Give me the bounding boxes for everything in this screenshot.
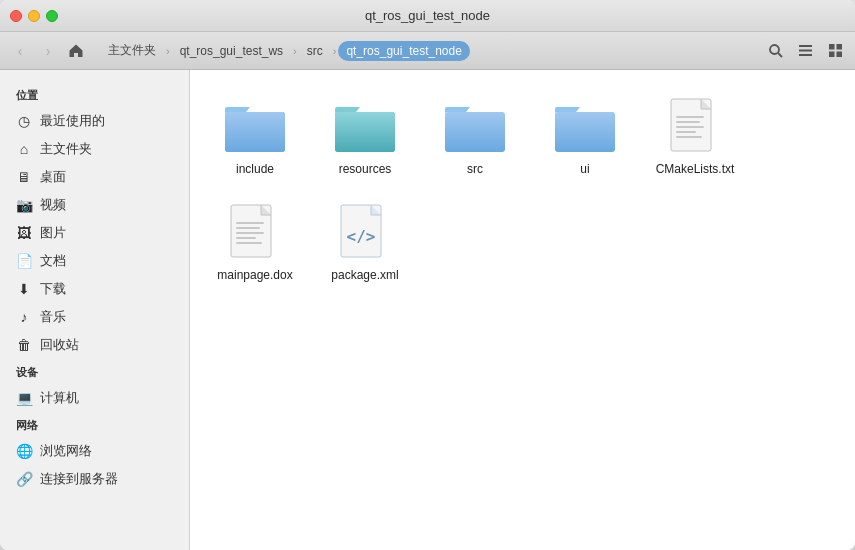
file-item-ui[interactable]: ui (540, 90, 630, 186)
search-button[interactable] (763, 39, 787, 63)
computer-icon: 💻 (16, 390, 32, 406)
content-area: include (190, 70, 855, 550)
breadcrumb-bar: 主文件夹 › qt_ros_gui_test_ws › src › qt_ros… (100, 39, 751, 62)
sidebar-item-desktop[interactable]: 🖥 桌面 (0, 163, 189, 191)
sidebar-item-video[interactable]: 📷 视频 (0, 191, 189, 219)
sidebar-item-downloads[interactable]: ⬇ 下载 (0, 275, 189, 303)
xml-icon-package: </> (333, 204, 397, 262)
toolbar-right (763, 39, 847, 63)
svg-rect-7 (829, 52, 835, 58)
close-button[interactable] (10, 10, 22, 22)
sidebar-item-browse-network[interactable]: 🌐 浏览网络 (0, 437, 189, 465)
search-icon (768, 43, 783, 58)
file-item-package[interactable]: </> package.xml (320, 196, 410, 292)
svg-rect-3 (799, 50, 812, 52)
grid-icon (828, 43, 843, 58)
forward-icon: › (46, 43, 51, 59)
folder-icon-resources (333, 98, 397, 156)
svg-rect-20 (676, 121, 700, 123)
recent-icon: ◷ (16, 113, 32, 129)
sidebar-item-recent[interactable]: ◷ 最近使用的 (0, 107, 189, 135)
menu-button[interactable] (793, 39, 817, 63)
maximize-button[interactable] (46, 10, 58, 22)
file-label-mainpage: mainpage.dox (217, 268, 292, 284)
svg-rect-21 (676, 126, 704, 128)
svg-rect-29 (236, 227, 260, 229)
svg-rect-6 (836, 44, 842, 50)
trash-icon: 🗑 (16, 337, 32, 353)
music-icon: ♪ (16, 309, 32, 325)
sidebar-item-trash-label: 回收站 (40, 336, 79, 354)
connect-server-icon: 🔗 (16, 471, 32, 487)
folder-icon-include (223, 98, 287, 156)
sidebar-item-video-label: 视频 (40, 196, 66, 214)
titlebar: qt_ros_gui_test_node (0, 0, 855, 32)
sidebar-item-home-label: 主文件夹 (40, 140, 92, 158)
folder-icon-src (443, 98, 507, 156)
file-label-include: include (236, 162, 274, 178)
file-item-include[interactable]: include (210, 90, 300, 186)
svg-rect-2 (799, 45, 812, 47)
sidebar-item-connect-server-label: 连接到服务器 (40, 470, 118, 488)
browse-network-icon: 🌐 (16, 443, 32, 459)
file-label-package: package.xml (331, 268, 398, 284)
svg-rect-13 (445, 112, 505, 152)
breadcrumb-sep-2: › (331, 45, 339, 57)
svg-rect-8 (836, 52, 842, 58)
sidebar-item-pictures-label: 图片 (40, 224, 66, 242)
svg-rect-30 (236, 232, 264, 234)
video-icon: 📷 (16, 197, 32, 213)
toolbar: ‹ › 主文件夹 › qt_ros_gui_test_ws › src › qt… (0, 32, 855, 70)
file-item-resources[interactable]: resources (320, 90, 410, 186)
breadcrumb-src[interactable]: src (299, 41, 331, 61)
svg-rect-22 (676, 131, 696, 133)
svg-rect-19 (676, 116, 704, 118)
svg-text:</>: </> (347, 227, 376, 246)
back-icon: ‹ (18, 43, 23, 59)
sidebar-item-home[interactable]: ⌂ 主文件夹 (0, 135, 189, 163)
file-item-mainpage[interactable]: mainpage.dox (210, 196, 300, 292)
sidebar-item-computer[interactable]: 💻 计算机 (0, 384, 189, 412)
home-icon-button[interactable] (64, 39, 88, 63)
svg-point-0 (770, 45, 779, 54)
svg-rect-4 (799, 54, 812, 56)
sidebar-item-music[interactable]: ♪ 音乐 (0, 303, 189, 331)
breadcrumb-sep-1: › (291, 45, 299, 57)
menu-icon (798, 43, 813, 58)
titlebar-buttons (10, 10, 58, 22)
svg-rect-14 (555, 112, 615, 152)
sidebar-item-desktop-label: 桌面 (40, 168, 66, 186)
back-button[interactable]: ‹ (8, 39, 32, 63)
sidebar-item-connect-server[interactable]: 🔗 连接到服务器 (0, 465, 189, 493)
window: qt_ros_gui_test_node ‹ › 主文件夹 › qt_ros_g… (0, 0, 855, 550)
svg-rect-23 (676, 136, 702, 138)
file-item-src[interactable]: src (430, 90, 520, 186)
svg-rect-10 (225, 112, 285, 152)
breadcrumb-current[interactable]: qt_ros_gui_test_node (338, 41, 469, 61)
svg-rect-12 (335, 112, 395, 152)
sidebar-item-browse-network-label: 浏览网络 (40, 442, 92, 460)
svg-rect-5 (829, 44, 835, 50)
breadcrumb-home[interactable]: 主文件夹 (100, 39, 164, 62)
sidebar-section-devices: 设备 (0, 359, 189, 384)
forward-button[interactable]: › (36, 39, 60, 63)
sidebar-item-pictures[interactable]: 🖼 图片 (0, 219, 189, 247)
file-label-ui: ui (580, 162, 589, 178)
svg-line-1 (778, 53, 782, 57)
svg-rect-28 (236, 222, 264, 224)
file-label-cmakelists: CMakeLists.txt (656, 162, 735, 178)
breadcrumb-ws[interactable]: qt_ros_gui_test_ws (172, 41, 291, 61)
documents-icon: 📄 (16, 253, 32, 269)
main-area: 位置 ◷ 最近使用的 ⌂ 主文件夹 🖥 桌面 📷 视频 🖼 图片 (0, 70, 855, 550)
home-sidebar-icon: ⌂ (16, 141, 32, 157)
doc-icon-cmakelists (663, 98, 727, 156)
sidebar-item-trash[interactable]: 🗑 回收站 (0, 331, 189, 359)
file-item-cmakelists[interactable]: CMakeLists.txt (650, 90, 740, 186)
sidebar-item-downloads-label: 下载 (40, 280, 66, 298)
sidebar-item-documents[interactable]: 📄 文档 (0, 247, 189, 275)
view-toggle-button[interactable] (823, 39, 847, 63)
window-title: qt_ros_gui_test_node (365, 8, 490, 23)
svg-rect-31 (236, 237, 256, 239)
svg-rect-32 (236, 242, 262, 244)
minimize-button[interactable] (28, 10, 40, 22)
